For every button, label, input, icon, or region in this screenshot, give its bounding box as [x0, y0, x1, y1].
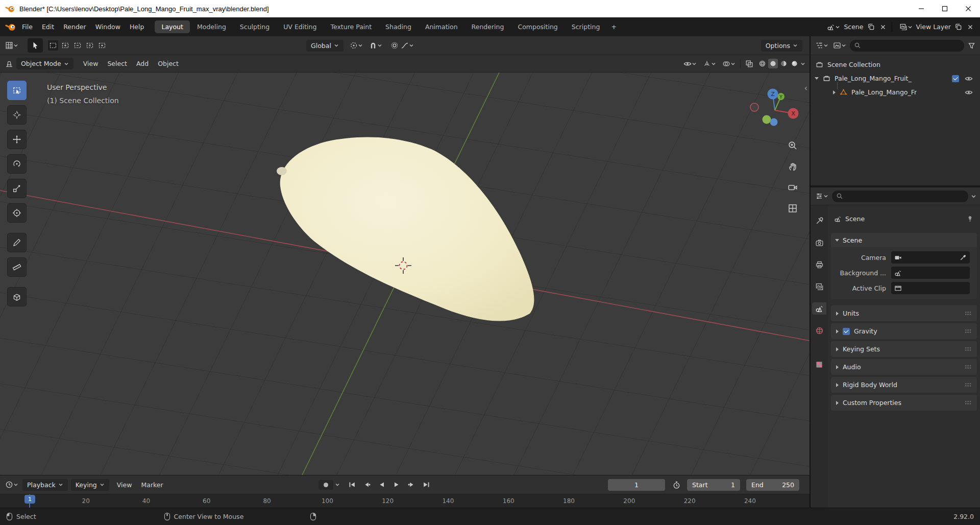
jump-start-icon[interactable] [347, 480, 357, 490]
proportional-falloff-icon[interactable] [400, 40, 415, 51]
close-icon[interactable] [966, 22, 975, 32]
audio-panel[interactable]: Audio [831, 359, 977, 375]
rotate-tool-button[interactable] [7, 154, 27, 174]
view-layer-icon[interactable] [898, 22, 914, 32]
tool-tab-icon[interactable] [812, 214, 826, 227]
copy-icon[interactable] [953, 22, 963, 32]
outliner-row-label[interactable]: Pale_Long_Mango_Fruit_ [835, 75, 912, 82]
view-layer-tab-icon[interactable] [812, 280, 826, 293]
keying-dropdown[interactable]: Keying [71, 479, 109, 491]
display-mode-icon[interactable] [832, 40, 847, 51]
axis-neg-z-ball[interactable] [770, 118, 778, 126]
axis-neg-x-ball[interactable] [750, 103, 758, 111]
select-mode-new-icon[interactable] [48, 40, 58, 51]
tab-compositing[interactable]: Compositing [511, 20, 564, 33]
3d-viewport[interactable]: User Perspective (1) Scene Collection [0, 73, 810, 475]
menu-timeline-view[interactable]: View [112, 479, 137, 491]
navigation-gizmo[interactable]: Z Y X [748, 86, 801, 130]
playhead[interactable]: 1 [24, 495, 35, 504]
shading-material-icon[interactable] [779, 59, 789, 68]
timeline-editor-icon[interactable] [4, 480, 19, 490]
play-icon[interactable] [391, 480, 402, 490]
shading-solid-icon[interactable] [768, 59, 778, 68]
rigid-body-world-panel[interactable]: Rigid Body World [831, 377, 977, 393]
measure-tool-button[interactable] [7, 257, 27, 277]
playback-dropdown[interactable]: Playback [22, 479, 68, 491]
camera-field[interactable] [891, 251, 970, 264]
filter-dropdown-icon[interactable] [971, 194, 976, 199]
drag-grip-icon[interactable] [965, 329, 972, 333]
proportional-editing-icon[interactable] [389, 40, 400, 51]
outliner-search-input[interactable] [864, 42, 960, 50]
select-mode-invert-icon[interactable] [85, 40, 95, 51]
tab-uv-editing[interactable]: UV Editing [277, 20, 323, 33]
annotate-tool-button[interactable] [7, 233, 27, 252]
shading-rendered-icon[interactable] [790, 59, 799, 68]
blender-menu-icon[interactable] [4, 21, 17, 32]
properties-search[interactable] [832, 190, 968, 202]
outliner-search[interactable] [850, 40, 964, 52]
auto-keyframe-record-button[interactable] [318, 480, 333, 490]
drag-grip-icon[interactable] [965, 311, 972, 316]
eyedropper-icon[interactable] [960, 254, 967, 261]
options-dropdown[interactable]: Options [761, 40, 802, 52]
tab-rendering[interactable]: Rendering [465, 20, 511, 33]
keying-sets-panel[interactable]: Keying Sets [831, 341, 977, 357]
expand-icon[interactable] [815, 77, 819, 80]
menu-render[interactable]: Render [59, 20, 91, 33]
menu-view[interactable]: View [79, 57, 103, 70]
copy-icon[interactable] [866, 22, 876, 32]
menu-file[interactable]: File [17, 20, 37, 33]
overlays-icon[interactable] [721, 59, 737, 69]
close-button[interactable] [957, 0, 980, 17]
next-keyframe-icon[interactable] [406, 480, 416, 490]
output-tab-icon[interactable] [812, 258, 826, 271]
menu-edit[interactable]: Edit [37, 20, 59, 33]
pin-icon[interactable] [966, 215, 974, 223]
outliner-row-object[interactable]: Pale_Long_Mango_Fr [811, 85, 980, 99]
collection-checkbox[interactable] [952, 75, 959, 82]
end-frame-field[interactable]: End250 [746, 479, 799, 491]
play-reverse-icon[interactable] [377, 480, 387, 490]
scene-name[interactable]: Scene [844, 23, 863, 31]
pivot-point-icon[interactable] [349, 40, 364, 51]
outliner-row-collection[interactable]: Pale_Long_Mango_Fruit_ [811, 71, 980, 85]
menu-help[interactable]: Help [125, 20, 149, 33]
viewport-editor-icon[interactable] [4, 59, 14, 69]
select-mode-intersect-icon[interactable] [97, 40, 107, 51]
snap-magnet-icon[interactable] [368, 40, 383, 51]
active-tool-icon[interactable] [28, 38, 43, 53]
maximize-button[interactable] [933, 0, 957, 17]
filter-icon[interactable] [967, 41, 976, 51]
properties-search-input[interactable] [846, 193, 964, 200]
render-tab-icon[interactable] [812, 236, 826, 249]
outliner-row-label[interactable]: Pale_Long_Mango_Fr [851, 88, 917, 96]
gravity-checkbox[interactable] [843, 328, 850, 335]
current-frame-field[interactable]: 1 [608, 479, 665, 491]
drag-grip-icon[interactable] [965, 400, 972, 405]
drag-grip-icon[interactable] [965, 365, 972, 369]
drag-grip-icon[interactable] [965, 347, 972, 351]
xray-toggle-icon[interactable] [744, 59, 754, 69]
outliner-row-scene-collection[interactable]: Scene Collection [811, 58, 980, 71]
shading-wireframe-icon[interactable] [757, 59, 767, 68]
eye-icon[interactable] [964, 74, 974, 84]
tab-scripting[interactable]: Scripting [565, 20, 607, 33]
cursor-tool-button[interactable] [7, 105, 27, 125]
properties-editor-icon[interactable] [814, 191, 829, 201]
prev-keyframe-icon[interactable] [362, 480, 372, 490]
camera-view-icon[interactable] [787, 182, 798, 193]
start-frame-field[interactable]: Start1 [687, 479, 740, 491]
transform-orientation-dropdown[interactable]: Global [306, 40, 344, 52]
texture-tab-icon[interactable] [812, 359, 826, 371]
view-layer-name[interactable]: View Layer [916, 23, 951, 31]
ortho-toggle-icon[interactable] [787, 203, 798, 214]
world-tab-icon[interactable] [812, 324, 826, 337]
select-mode-extend-icon[interactable] [60, 40, 70, 51]
menu-object[interactable]: Object [153, 57, 183, 70]
scale-tool-button[interactable] [7, 179, 27, 198]
axis-neg-y-ball[interactable] [763, 115, 771, 124]
background-scene-field[interactable] [891, 267, 970, 279]
tab-layout[interactable]: Layout [155, 20, 190, 33]
tab-shading[interactable]: Shading [379, 20, 418, 33]
